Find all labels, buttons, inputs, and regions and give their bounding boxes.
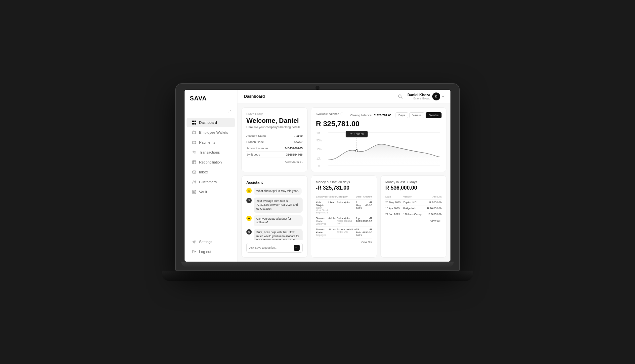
view-details-label: View details — [285, 161, 301, 164]
company-label: Brave Group — [246, 112, 303, 116]
closing-amount: R 325,781.00 — [374, 114, 392, 117]
field-value: Active — [277, 133, 303, 139]
balance-card: Available balance i Closing balance: R 3… — [311, 107, 446, 172]
svg-text:100k: 100k — [317, 148, 322, 151]
arrow-right-icon: › — [302, 161, 303, 164]
chat-input-area: ↵ — [246, 243, 303, 253]
svg-point-18 — [399, 95, 401, 97]
sidebar-item-dashboard[interactable]: Dashboard — [187, 118, 235, 127]
date-cell: 7 pr 2023 — [356, 215, 362, 227]
amount-cell: -R 60.00 — [362, 200, 372, 215]
tab-days[interactable]: Days — [396, 112, 408, 118]
money-out-table: Employee Vendor Category Date Amount — [316, 194, 372, 238]
svg-text:10k: 10k — [317, 157, 321, 160]
sidebar-bottom: Settings Log out — [185, 237, 237, 256]
sidebar-item-vault[interactable]: Vault — [187, 187, 235, 197]
money-out-card: Money out last 30 days -R 325,781.00 Emp… — [311, 175, 377, 258]
arrow-right-icon: › — [441, 219, 442, 223]
money-out-title: Money out last 30 days — [316, 180, 372, 184]
view-all-money-out[interactable]: View all › — [316, 240, 372, 244]
table-row: Kola Olajide admin Kloof Street Empl4875… — [316, 200, 372, 215]
svg-point-5 — [195, 132, 195, 133]
col-vendor: Vendor — [403, 194, 425, 200]
banking-subtitle: Here are your company's banking details — [246, 126, 303, 129]
laptop-base — [181, 262, 454, 268]
svg-rect-1 — [194, 121, 196, 122]
vendor-cell: Uber — [328, 200, 337, 215]
chat-input[interactable] — [249, 246, 292, 249]
chat-bubble-ai-1: A What about April to May this year? — [246, 188, 303, 195]
sidebar-item-transactions[interactable]: Transactions — [187, 148, 235, 157]
svg-text:1M: 1M — [317, 131, 320, 135]
tab-months[interactable]: Months — [426, 112, 442, 118]
tab-weeks[interactable]: Weeks — [409, 112, 424, 118]
date-cell: 25 May 2023 — [385, 200, 403, 205]
avatar: D — [432, 92, 440, 100]
sidebar-item-reconciliation-label: Reconciliation — [199, 160, 222, 164]
field-value: 24643266765 — [277, 145, 303, 152]
account-table: Account Status Active Branch Code 55757 … — [246, 133, 303, 158]
toggle-icon[interactable]: ⇌ — [228, 109, 232, 114]
view-all-money-in[interactable]: View all › — [385, 219, 442, 223]
vendor-cell: Airbnb — [328, 227, 337, 238]
payment-icon — [192, 140, 196, 145]
user-avatar-1: S — [246, 198, 252, 203]
sidebar-item-logout[interactable]: Log out — [187, 247, 235, 256]
sidebar-item-customers[interactable]: Customers — [187, 177, 235, 187]
inbox-icon — [192, 170, 196, 174]
sidebar-item-inbox-label: Inbox — [199, 170, 208, 174]
sidebar-item-vault-label: Vault — [199, 190, 207, 194]
date-cell: 19 Feb 2023 — [356, 227, 362, 238]
col-amount: Amount — [425, 194, 442, 200]
sidebar-item-employee-wallets-label: Employee Wallets — [199, 130, 228, 134]
chat-text-user-1: Your average burn rate is 72,403.56 betw… — [254, 198, 303, 213]
send-button[interactable]: ↵ — [294, 245, 300, 251]
app-layout: SAVA ⇌ — [185, 90, 450, 262]
chat-bubble-user-2: S Sure, I can help with that. How much w… — [246, 229, 303, 240]
svg-text:R 15 000.00: R 15 000.00 — [350, 133, 364, 136]
svg-point-16 — [194, 192, 194, 192]
sidebar-item-employee-wallets[interactable]: Employee Wallets — [187, 128, 235, 137]
sidebar-item-reconciliation[interactable]: Reconciliation — [187, 158, 235, 167]
user-info[interactable]: Daniel Khoza Brave Group D ▾ — [407, 92, 444, 100]
sidebar-item-payments-label: Payments — [199, 140, 215, 144]
sidebar-logo: SAVA — [185, 95, 237, 107]
svg-text:0: 0 — [318, 164, 320, 167]
vendor-cell: Zeplin, INC — [403, 200, 425, 205]
col-category: Category — [337, 194, 356, 200]
chat-bubble-user-1: S Your average burn rate is 72,403.56 be… — [246, 198, 303, 213]
table-row: 16 Apr 2023 BridgeLab R 16 000.00 — [385, 205, 442, 211]
money-in-title: Money in last 30 days — [385, 180, 442, 184]
date-cell: 16 Apr 2023 — [385, 205, 403, 211]
table-header-row: Date Vendor Amount — [385, 194, 442, 200]
sidebar-item-inbox[interactable]: Inbox — [187, 167, 235, 177]
amount-cell: -R 4850.00 — [362, 227, 372, 238]
table-row: 25 May 2023 Zeplin, INC R 2000.00 — [385, 200, 442, 205]
date-cell: 22 Jan 2023 — [385, 211, 403, 217]
welcome-card: Brave Group Welcome, Daniel Here are you… — [241, 107, 308, 172]
laptop-bottom — [162, 271, 473, 281]
info-icon: i — [340, 112, 344, 116]
transactions-icon — [192, 150, 196, 155]
sidebar-item-settings[interactable]: Settings — [187, 237, 235, 246]
balance-header: Available balance i Closing balance: R 3… — [316, 112, 442, 118]
table-row: 22 Jan 2023 12fifteen Group R 5,000.00 — [385, 211, 442, 217]
employee-cell: Kola Olajide admin Kloof Street Empl4875… — [316, 200, 328, 215]
sidebar-toggle[interactable]: ⇌ — [185, 107, 237, 118]
date-cell: 8 May 2023 — [356, 200, 362, 215]
svg-text:i: i — [342, 113, 342, 115]
table-row: Sharon Koele Employee Adobe Subscription… — [316, 215, 372, 227]
table-row: Account number 24643266765 — [246, 145, 303, 152]
category-cell: Subscription Adobe creative cloud — [337, 215, 356, 227]
search-button[interactable] — [397, 93, 403, 100]
sidebar-item-payments[interactable]: Payments — [187, 138, 235, 147]
table-row: Sharon Koele Employee Airbnb Accommodati… — [316, 227, 372, 238]
ai-avatar-2: A — [246, 216, 252, 221]
table-header-row: Employee Vendor Category Date Amount — [316, 194, 372, 200]
amount-cell: R 2000.00 — [425, 200, 442, 205]
field-value: 55757 — [277, 139, 303, 145]
camera-notch — [316, 86, 319, 90]
money-in-card: Money in last 30 days R 536,000.00 Date … — [380, 175, 446, 258]
view-details-link[interactable]: View details › — [246, 161, 303, 164]
money-out-amount: -R 325,781.00 — [316, 185, 372, 191]
